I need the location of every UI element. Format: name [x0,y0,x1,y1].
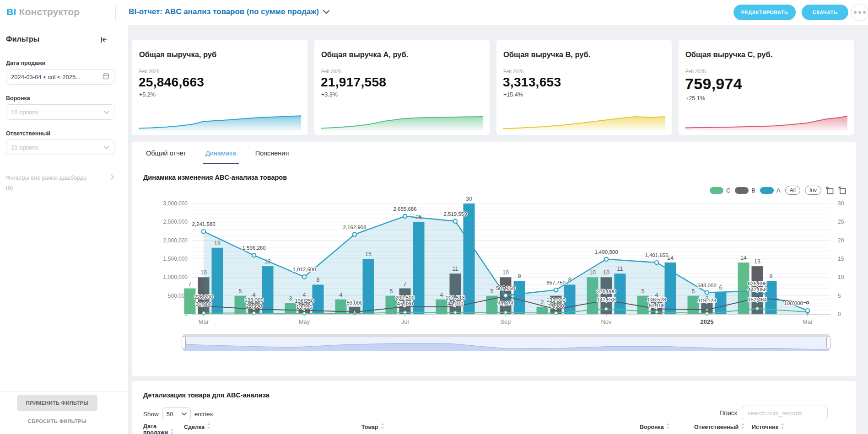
svg-text:4: 4 [303,292,306,298]
tab-explanations[interactable]: Пояснения [253,143,292,164]
svg-text:30: 30 [466,196,472,202]
svg-text:119,128: 119,128 [698,298,717,303]
svg-text:14: 14 [740,255,747,261]
svg-text:44,974: 44,974 [497,300,514,306]
svg-text:588,000: 588,000 [697,283,717,288]
kpi-period: Feb 2025 [685,69,706,74]
column-header-deal[interactable]: Сделка [184,423,210,430]
slider-left-handle[interactable] [182,336,186,349]
legend-all-button[interactable]: All [785,186,800,195]
funnel-select-value: 10 options [11,109,104,116]
svg-text:378,000: 378,000 [597,289,616,294]
dashboard-page: BI Конструктор BI-отчет: ABC анализ това… [0,0,868,434]
svg-text:13: 13 [754,258,760,265]
kpi-period: Feb 2025 [321,69,341,74]
svg-text:146,528: 146,528 [647,297,666,302]
tab-dynamics[interactable]: Динамика [203,143,239,164]
svg-text:4: 4 [340,292,343,298]
sort-icon [741,423,744,430]
report-tabs: Общий отчет Динамика Пояснения [132,142,856,164]
kpi-value: 3,313,653 [503,75,561,90]
svg-text:15: 15 [838,256,844,262]
zoom-select-icon[interactable] [826,187,834,194]
svg-text:28,990: 28,990 [246,303,262,309]
outer-filters-count: (0) [6,185,13,191]
svg-text:30: 30 [838,200,844,207]
svg-text:442,058: 442,058 [748,287,767,292]
svg-text:25: 25 [838,219,844,225]
calendar-icon [102,73,109,81]
reset-filters-button[interactable]: СБРОСИТЬ ФИЛЬТРЫ [17,418,97,424]
legend-item-b[interactable]: B [735,187,755,194]
top-header: BI Конструктор BI-отчет: ABC анализ това… [0,0,868,25]
zoom-reset-icon[interactable] [838,187,846,194]
sort-icon [781,423,784,430]
svg-text:9: 9 [770,273,773,279]
search-input[interactable] [742,406,828,420]
abc-dynamics-chart[interactable]: 0500,0001,000,0001,500,0002,000,0002,500… [143,191,845,328]
kpi-title: Общая выручка A, руб. [321,50,408,59]
svg-text:8: 8 [317,277,320,283]
svg-text:2,500,000: 2,500,000 [163,219,188,225]
sale-date-input[interactable]: 2024-03-04 ≤ col < 2025... [6,69,114,85]
filters-sidebar: Фильтры Дата продажи 2024-03-04 ≤ col < … [0,25,129,434]
column-header-source[interactable]: Источник [752,423,784,430]
more-options-button[interactable] [851,4,868,21]
column-header-funnel[interactable]: Воронка [640,423,670,430]
svg-text:2,000,000: 2,000,000 [163,237,188,244]
apply-filters-button[interactable]: ПРИМЕНИТЬ ФИЛЬТРЫ [17,395,97,411]
column-header-product[interactable]: Товар [361,423,384,430]
outer-filters-row[interactable]: Фильтры вне рамок дашборда [6,174,114,181]
column-header-responsible[interactable]: Ответственный [694,423,744,430]
entries-select[interactable]: 50 [162,407,191,420]
svg-text:15: 15 [365,251,372,257]
legend-item-a[interactable]: A [760,187,781,194]
filter-label-responsible: Ответственный [6,130,50,137]
svg-text:142,678: 142,678 [597,297,616,302]
report-title-dropdown[interactable]: BI-отчет: ABC анализ товаров (по сумме п… [129,7,329,16]
svg-text:133,000: 133,000 [546,297,566,303]
svg-text:5: 5 [838,293,841,299]
legend-item-c[interactable]: C [710,187,730,194]
chart-range-slider[interactable] [183,334,829,351]
chevron-down-icon [104,144,109,151]
legend-swatch-c [710,187,723,194]
download-button[interactable]: СКАЧАТЬ [802,5,848,20]
chart-legend: C B A All Inv [710,186,846,195]
svg-text:152,464: 152,464 [748,297,767,302]
slider-grip-icon [558,335,561,337]
logo-secondary: Конструктор [19,6,80,17]
dynamics-panel: Общий отчет Динамика Пояснения Динамика … [132,142,856,376]
svg-text:507,160: 507,160 [496,285,515,291]
collapse-sidebar-icon[interactable] [100,36,108,44]
responsible-select[interactable]: 21 options [6,139,114,155]
svg-text:5: 5 [491,288,494,295]
outer-filters-label: Фильтры вне рамок дашборда [6,175,86,181]
funnel-select[interactable]: 10 options [6,104,114,120]
svg-text:2,519,559: 2,519,559 [443,211,467,217]
tab-general-report[interactable]: Общий отчет [143,143,189,164]
svg-text:2,655,686: 2,655,686 [393,206,416,212]
kpi-period: Feb 2025 [139,69,159,74]
filter-label-sale-date: Дата продажи [6,60,46,66]
filter-label-funnel: Воронка [6,95,30,102]
svg-text:10: 10 [200,269,207,276]
sale-date-value: 2024-03-04 ≤ col < 2025... [11,74,102,80]
svg-text:20: 20 [838,237,844,244]
svg-text:106,250: 106,250 [295,298,314,304]
kpi-value: 21,917,558 [321,75,386,90]
svg-text:5: 5 [239,288,242,295]
legend-label-b: B [751,187,755,194]
show-label: Show [143,411,159,418]
slider-right-handle[interactable] [826,336,830,349]
search-label: Поиск [719,409,737,417]
edit-button[interactable]: РЕДАКТИРОВАТЬ [733,5,796,20]
kpi-sparkline [321,107,483,131]
legend-inv-button[interactable]: Inv [805,186,821,195]
header-divider [115,5,116,20]
filters-title: Фильтры [6,35,39,43]
column-header-sale-date[interactable]: Дата продажи [143,423,173,434]
kpi-delta: +5.2% [139,91,156,98]
chevron-right-icon [111,174,114,181]
svg-text:Sep: Sep [500,318,511,325]
